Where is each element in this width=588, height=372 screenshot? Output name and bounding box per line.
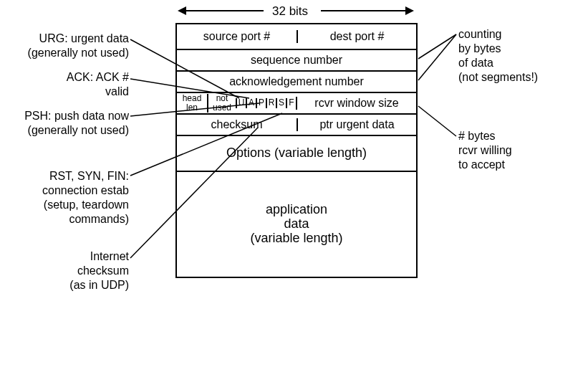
row-flags: head len not used U A P R S F rcvr windo…: [177, 92, 416, 113]
field-rcvr-window: rcvr window size: [296, 97, 416, 110]
field-ptr-urgent: ptr urgent data: [297, 118, 416, 131]
count-line2: by bytes: [458, 42, 501, 54]
field-ack-number: acknowledgement number: [177, 75, 416, 88]
svg-line-5: [418, 34, 456, 59]
count-line4: (not segments!): [458, 71, 538, 83]
row-ack: acknowledgement number: [177, 70, 416, 92]
app-data-line3: (variable length): [250, 232, 342, 246]
row-app-data: application data (variable length): [177, 171, 416, 277]
annotation-internet-checksum: Internet checksum (as in UDP): [57, 249, 129, 292]
row-ports: source port # dest port #: [177, 24, 416, 49]
arrow-right: [321, 10, 407, 11]
field-source-port: source port #: [177, 30, 297, 43]
win-line3: to accept: [458, 158, 505, 171]
ick-line1: Internet: [90, 250, 129, 262]
annotation-urg: URG: urgent data (generally not used): [7, 32, 129, 60]
field-options: Options (variable length): [177, 146, 416, 161]
flag-syn: S: [276, 98, 286, 108]
rsf-line4: commands): [69, 213, 129, 225]
flag-urg: U: [236, 98, 246, 108]
rsf-line1: RST, SYN, FIN:: [49, 170, 129, 182]
win-line2: rcvr willing: [458, 144, 512, 156]
urg-line1: URG: urgent data: [39, 32, 129, 44]
svg-line-6: [418, 34, 456, 80]
ackv-line2: valid: [105, 85, 129, 97]
field-not-used: not used: [207, 94, 236, 113]
row-sequence: sequence number: [177, 49, 416, 70]
annotation-rst-syn-fin: RST, SYN, FIN: connection estab (setup, …: [29, 169, 129, 226]
bits-width-label: 32 bits: [272, 4, 308, 19]
head-len-line2: len: [186, 103, 198, 113]
annotation-ack-valid: ACK: ACK # valid: [50, 70, 129, 99]
flag-fin: F: [286, 98, 296, 108]
tcp-header-diagram: source port # dest port # sequence numbe…: [175, 23, 418, 278]
annotation-psh: PSH: push data now (generally not used): [7, 109, 129, 138]
psh-line2: (generally not used): [28, 124, 129, 136]
app-data-line1: application: [266, 203, 327, 217]
field-sequence-number: sequence number: [177, 54, 416, 67]
count-line1: counting: [458, 28, 502, 40]
flag-rst: R: [266, 98, 276, 108]
ick-line3: (as in UDP): [69, 279, 129, 291]
ackv-line1: ACK: ACK #: [67, 71, 129, 83]
rsf-line3: (setup, teardown: [44, 199, 129, 211]
app-data-line2: data: [284, 217, 309, 232]
field-dest-port: dest port #: [297, 30, 416, 43]
rsf-line2: connection estab: [42, 184, 129, 196]
win-line1: # bytes: [458, 130, 496, 142]
not-used-line2: used: [213, 103, 231, 113]
psh-line1: PSH: push data now: [24, 110, 129, 122]
row-options: Options (variable length): [177, 135, 416, 171]
arrow-left: [185, 10, 264, 11]
field-checksum: checksum: [177, 118, 297, 131]
row-checksum: checksum ptr urgent data: [177, 113, 416, 135]
count-line3: of data: [458, 57, 493, 69]
urg-line2: (generally not used): [28, 47, 129, 59]
flag-psh: P: [256, 98, 266, 108]
field-head-len: head len: [177, 94, 207, 113]
flag-ack: A: [246, 98, 256, 108]
svg-line-7: [418, 106, 456, 136]
annotation-counting-bytes: counting by bytes of data (not segments!…: [458, 27, 580, 85]
field-app-data: application data (variable length): [177, 203, 416, 245]
annotation-window-bytes: # bytes rcvr willing to accept: [458, 129, 580, 172]
ick-line2: checksum: [77, 264, 129, 277]
